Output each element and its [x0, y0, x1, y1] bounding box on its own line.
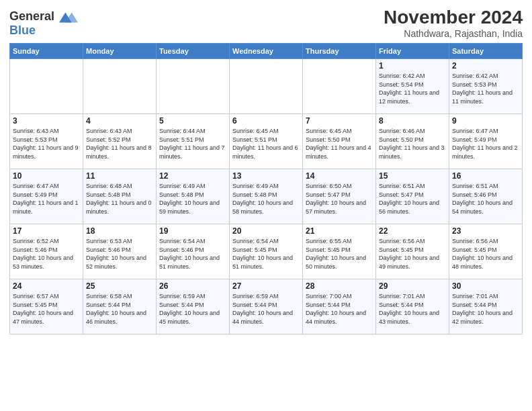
day-number: 10 — [13, 171, 80, 181]
day-info: Sunrise: 6:42 AM Sunset: 5:53 PM Dayligh… — [452, 72, 519, 105]
day-info: Sunrise: 6:48 AM Sunset: 5:48 PM Dayligh… — [86, 182, 153, 216]
day-info: Sunrise: 6:59 AM Sunset: 5:44 PM Dayligh… — [232, 292, 300, 326]
day-number: 13 — [232, 171, 300, 181]
day-number: 21 — [306, 226, 373, 236]
calendar-cell: 15Sunrise: 6:51 AM Sunset: 5:47 PM Dayli… — [376, 169, 449, 224]
calendar-week-4: 17Sunrise: 6:52 AM Sunset: 5:46 PM Dayli… — [10, 224, 523, 279]
calendar-cell: 25Sunrise: 6:58 AM Sunset: 5:44 PM Dayli… — [83, 279, 157, 334]
day-number: 3 — [13, 116, 80, 126]
title-block: November 2024 Nathdwara, Rajasthan, Indi… — [384, 7, 523, 39]
calendar-cell: 14Sunrise: 6:50 AM Sunset: 5:47 PM Dayli… — [303, 169, 376, 224]
day-number: 17 — [13, 226, 80, 236]
header-wednesday: Wednesday — [230, 44, 303, 59]
day-info: Sunrise: 6:56 AM Sunset: 5:45 PM Dayligh… — [379, 237, 446, 271]
calendar-cell: 24Sunrise: 6:57 AM Sunset: 5:45 PM Dayli… — [10, 279, 83, 334]
calendar-cell — [157, 59, 230, 114]
logo-general: General — [9, 9, 54, 23]
day-number: 28 — [306, 281, 373, 291]
day-number: 16 — [452, 171, 519, 181]
calendar-cell: 12Sunrise: 6:49 AM Sunset: 5:48 PM Dayli… — [157, 169, 230, 224]
day-info: Sunrise: 6:45 AM Sunset: 5:51 PM Dayligh… — [232, 127, 300, 161]
calendar-cell: 21Sunrise: 6:55 AM Sunset: 5:45 PM Dayli… — [303, 224, 376, 279]
calendar-week-5: 24Sunrise: 6:57 AM Sunset: 5:45 PM Dayli… — [10, 279, 523, 334]
day-info: Sunrise: 7:01 AM Sunset: 5:44 PM Dayligh… — [452, 292, 519, 326]
day-number: 14 — [306, 171, 373, 181]
calendar-cell: 27Sunrise: 6:59 AM Sunset: 5:44 PM Dayli… — [230, 279, 303, 334]
calendar-cell: 7Sunrise: 6:45 AM Sunset: 5:50 PM Daylig… — [303, 114, 376, 169]
calendar-cell: 18Sunrise: 6:53 AM Sunset: 5:46 PM Dayli… — [83, 224, 157, 279]
day-number: 19 — [159, 226, 226, 236]
day-number: 5 — [159, 116, 226, 126]
calendar-week-2: 3Sunrise: 6:43 AM Sunset: 5:53 PM Daylig… — [10, 114, 523, 169]
weekday-header-row: Sunday Monday Tuesday Wednesday Thursday… — [10, 44, 523, 59]
page-container: General Blue November 2024 Nathdwara, Ra… — [0, 0, 532, 340]
logo-blue: Blue — [9, 24, 78, 36]
calendar-cell — [230, 59, 303, 114]
day-info: Sunrise: 6:54 AM Sunset: 5:46 PM Dayligh… — [159, 237, 226, 271]
day-info: Sunrise: 6:44 AM Sunset: 5:51 PM Dayligh… — [159, 127, 226, 161]
day-number: 1 — [379, 61, 446, 71]
calendar-cell: 28Sunrise: 7:00 AM Sunset: 5:44 PM Dayli… — [303, 279, 376, 334]
day-number: 27 — [232, 281, 300, 291]
day-info: Sunrise: 6:43 AM Sunset: 5:53 PM Dayligh… — [13, 127, 80, 161]
day-info: Sunrise: 6:51 AM Sunset: 5:47 PM Dayligh… — [379, 182, 446, 216]
header-friday: Friday — [376, 44, 449, 59]
calendar-cell: 4Sunrise: 6:43 AM Sunset: 5:52 PM Daylig… — [83, 114, 157, 169]
month-title: November 2024 — [384, 7, 523, 28]
day-number: 30 — [452, 281, 519, 291]
calendar-cell — [10, 59, 83, 114]
header-sunday: Sunday — [10, 44, 83, 59]
day-number: 11 — [86, 171, 153, 181]
calendar-cell: 29Sunrise: 7:01 AM Sunset: 5:44 PM Dayli… — [376, 279, 449, 334]
calendar-cell: 19Sunrise: 6:54 AM Sunset: 5:46 PM Dayli… — [157, 224, 230, 279]
day-number: 20 — [232, 226, 300, 236]
day-number: 12 — [159, 171, 226, 181]
day-info: Sunrise: 6:51 AM Sunset: 5:46 PM Dayligh… — [452, 182, 519, 216]
calendar-cell: 2Sunrise: 6:42 AM Sunset: 5:53 PM Daylig… — [449, 59, 523, 114]
day-info: Sunrise: 6:52 AM Sunset: 5:46 PM Dayligh… — [13, 237, 80, 271]
day-info: Sunrise: 6:45 AM Sunset: 5:50 PM Dayligh… — [306, 127, 373, 161]
day-number: 18 — [86, 226, 153, 236]
calendar-cell: 20Sunrise: 6:54 AM Sunset: 5:45 PM Dayli… — [230, 224, 303, 279]
day-info: Sunrise: 6:47 AM Sunset: 5:49 PM Dayligh… — [452, 127, 519, 161]
day-info: Sunrise: 6:58 AM Sunset: 5:44 PM Dayligh… — [86, 292, 153, 326]
header-thursday: Thursday — [303, 44, 376, 59]
day-info: Sunrise: 6:49 AM Sunset: 5:48 PM Dayligh… — [159, 182, 226, 216]
calendar-body: 1Sunrise: 6:42 AM Sunset: 5:54 PM Daylig… — [10, 59, 523, 334]
day-info: Sunrise: 6:50 AM Sunset: 5:47 PM Dayligh… — [306, 182, 373, 216]
day-number: 7 — [306, 116, 373, 126]
day-number: 25 — [86, 281, 153, 291]
header: General Blue November 2024 Nathdwara, Ra… — [9, 7, 523, 39]
day-number: 24 — [13, 281, 80, 291]
calendar-cell: 9Sunrise: 6:47 AM Sunset: 5:49 PM Daylig… — [449, 114, 523, 169]
calendar-cell: 30Sunrise: 7:01 AM Sunset: 5:44 PM Dayli… — [449, 279, 523, 334]
logo-icon — [59, 9, 78, 24]
calendar-table: Sunday Monday Tuesday Wednesday Thursday… — [9, 43, 523, 334]
day-info: Sunrise: 6:57 AM Sunset: 5:45 PM Dayligh… — [13, 292, 80, 326]
day-number: 22 — [379, 226, 446, 236]
day-info: Sunrise: 6:53 AM Sunset: 5:46 PM Dayligh… — [86, 237, 153, 271]
location-subtitle: Nathdwara, Rajasthan, India — [384, 28, 523, 39]
logo: General Blue — [9, 9, 78, 36]
calendar-cell: 5Sunrise: 6:44 AM Sunset: 5:51 PM Daylig… — [157, 114, 230, 169]
day-number: 4 — [86, 116, 153, 126]
day-info: Sunrise: 7:00 AM Sunset: 5:44 PM Dayligh… — [306, 292, 373, 326]
day-info: Sunrise: 6:49 AM Sunset: 5:48 PM Dayligh… — [232, 182, 300, 216]
day-info: Sunrise: 6:56 AM Sunset: 5:45 PM Dayligh… — [452, 237, 519, 271]
calendar-cell: 22Sunrise: 6:56 AM Sunset: 5:45 PM Dayli… — [376, 224, 449, 279]
day-number: 26 — [159, 281, 226, 291]
calendar-cell: 1Sunrise: 6:42 AM Sunset: 5:54 PM Daylig… — [376, 59, 449, 114]
day-info: Sunrise: 6:59 AM Sunset: 5:44 PM Dayligh… — [159, 292, 226, 326]
day-info: Sunrise: 7:01 AM Sunset: 5:44 PM Dayligh… — [379, 292, 446, 326]
calendar-cell: 16Sunrise: 6:51 AM Sunset: 5:46 PM Dayli… — [449, 169, 523, 224]
day-number: 15 — [379, 171, 446, 181]
calendar-cell: 3Sunrise: 6:43 AM Sunset: 5:53 PM Daylig… — [10, 114, 83, 169]
header-monday: Monday — [83, 44, 157, 59]
day-number: 23 — [452, 226, 519, 236]
calendar-cell: 26Sunrise: 6:59 AM Sunset: 5:44 PM Dayli… — [157, 279, 230, 334]
calendar-cell: 11Sunrise: 6:48 AM Sunset: 5:48 PM Dayli… — [83, 169, 157, 224]
day-info: Sunrise: 6:42 AM Sunset: 5:54 PM Dayligh… — [379, 72, 446, 105]
calendar-cell: 13Sunrise: 6:49 AM Sunset: 5:48 PM Dayli… — [230, 169, 303, 224]
day-info: Sunrise: 6:55 AM Sunset: 5:45 PM Dayligh… — [306, 237, 373, 271]
day-number: 2 — [452, 61, 519, 71]
